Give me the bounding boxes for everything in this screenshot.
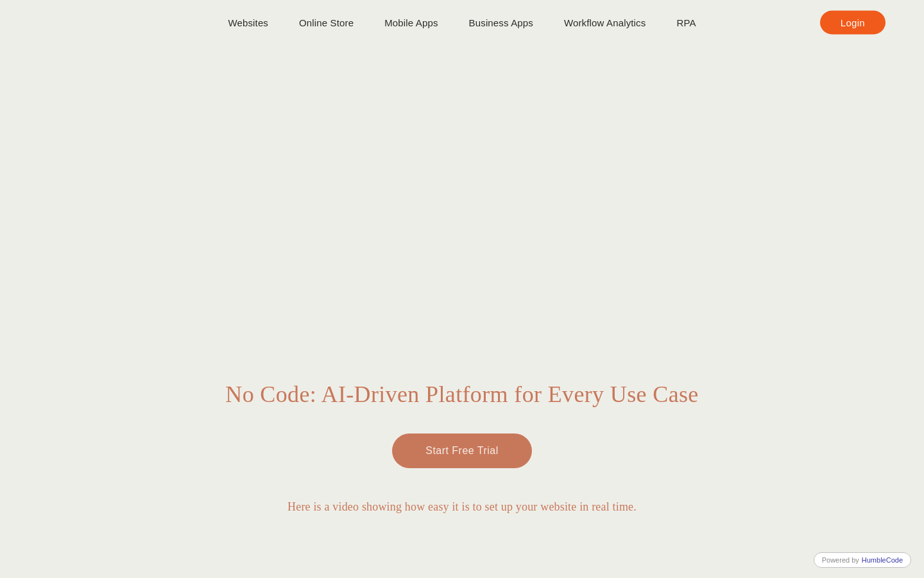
nav-item-workflow-analytics[interactable]: Workflow Analytics (564, 17, 646, 28)
powered-by-brand: HumbleCode (862, 556, 903, 564)
powered-by-badge: Powered by HumbleCode (814, 552, 911, 568)
login-button[interactable]: Login (820, 11, 886, 35)
nav-item-rpa[interactable]: RPA (676, 17, 696, 28)
video-caption: Here is a video showing how easy it is t… (287, 500, 637, 514)
powered-by-text: Powered by (822, 556, 859, 564)
start-trial-button[interactable]: Start Free Trial (392, 434, 532, 468)
hero-section: No Code: AI-Driven Platform for Every Us… (0, 381, 924, 514)
nav-item-websites[interactable]: Websites (228, 17, 268, 28)
hero-title: No Code: AI-Driven Platform for Every Us… (225, 381, 698, 408)
nav-item-online-store[interactable]: Online Store (299, 17, 354, 28)
nav-links: Websites Online Store Mobile Apps Busine… (26, 17, 898, 28)
navbar: Websites Online Store Mobile Apps Busine… (0, 0, 924, 45)
login-wrap: Login (820, 11, 886, 35)
nav-item-business-apps[interactable]: Business Apps (469, 17, 533, 28)
nav-item-mobile-apps[interactable]: Mobile Apps (384, 17, 438, 28)
